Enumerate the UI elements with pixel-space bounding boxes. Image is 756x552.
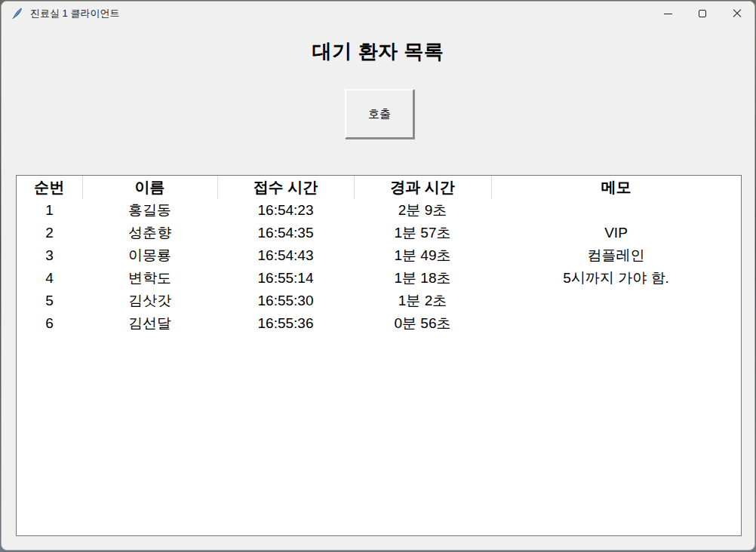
table-row[interactable]: 1 홍길동 16:54:23 2분 9초 — [17, 199, 741, 222]
cell-regtime: 16:55:30 — [217, 290, 354, 312]
table-row[interactable]: 4 변학도 16:55:14 1분 18초 5시까지 가야 함. — [17, 267, 741, 290]
cell-name: 변학도 — [82, 267, 217, 290]
cell-regtime: 16:54:35 — [217, 222, 354, 244]
patient-table: 순번 이름 접수 시간 경과 시간 메모 1 홍길동 16:54:23 2분 9… — [17, 176, 741, 335]
cell-seq: 2 — [17, 222, 82, 244]
cell-memo: 5시까지 가야 함. — [491, 267, 741, 290]
close-icon — [733, 9, 742, 18]
cell-elapsed: 0분 56초 — [354, 312, 491, 335]
cell-name: 김선달 — [82, 312, 217, 335]
column-header-regtime: 접수 시간 — [217, 176, 354, 199]
table-row[interactable]: 6 김선달 16:55:36 0분 56초 — [17, 312, 741, 335]
cell-elapsed: 2분 9초 — [354, 199, 491, 222]
cell-name: 홍길동 — [82, 199, 217, 222]
cell-memo — [491, 199, 741, 222]
cell-elapsed: 1분 2초 — [354, 290, 491, 312]
table-row[interactable]: 2 성춘향 16:54:35 1분 57초 VIP — [17, 222, 741, 244]
minimize-button[interactable] — [650, 2, 685, 26]
cell-regtime: 16:55:14 — [217, 267, 354, 290]
cell-name: 이몽룡 — [82, 244, 217, 267]
column-header-elapsed: 경과 시간 — [354, 176, 491, 199]
cell-regtime: 16:55:36 — [217, 312, 354, 335]
app-window: 진료실 1 클라이언트 대기 환자 목록 호출 순번 이름 접수 시 — [1, 1, 755, 550]
column-header-name: 이름 — [82, 176, 217, 199]
column-header-memo: 메모 — [491, 176, 741, 199]
cell-regtime: 16:54:23 — [217, 199, 354, 222]
cell-elapsed: 1분 49초 — [354, 244, 491, 267]
cell-elapsed: 1분 18초 — [354, 267, 491, 290]
caption-buttons — [650, 2, 754, 26]
maximize-button[interactable] — [685, 2, 720, 26]
cell-memo: 컴플레인 — [491, 244, 741, 267]
column-header-seq: 순번 — [17, 176, 82, 199]
titlebar: 진료실 1 클라이언트 — [2, 2, 754, 26]
maximize-icon — [699, 10, 706, 17]
page-title: 대기 환자 목록 — [2, 38, 754, 65]
screen: { "window": { "title": "진료실 1 클라이언트" }, … — [0, 0, 756, 552]
cell-name: 김삿갓 — [82, 290, 217, 312]
cell-seq: 1 — [17, 199, 82, 222]
table-row[interactable]: 5 김삿갓 16:55:30 1분 2초 — [17, 290, 741, 312]
window-title: 진료실 1 클라이언트 — [30, 7, 119, 20]
close-button[interactable] — [720, 2, 754, 26]
table-row[interactable]: 3 이몽룡 16:54:43 1분 49초 컴플레인 — [17, 244, 741, 267]
cell-memo — [491, 312, 741, 335]
cell-seq: 5 — [17, 290, 82, 312]
table-header: 순번 이름 접수 시간 경과 시간 메모 — [17, 176, 741, 199]
cell-elapsed: 1분 57초 — [354, 222, 491, 244]
patient-table-frame: 순번 이름 접수 시간 경과 시간 메모 1 홍길동 16:54:23 2분 9… — [16, 175, 742, 536]
call-button[interactable]: 호출 — [345, 89, 414, 139]
cell-seq: 4 — [17, 267, 82, 290]
cell-regtime: 16:54:43 — [217, 244, 354, 267]
cell-seq: 3 — [17, 244, 82, 267]
cell-memo: VIP — [491, 222, 741, 244]
tk-feather-icon — [11, 8, 23, 20]
cell-memo — [491, 290, 741, 312]
cell-seq: 6 — [17, 312, 82, 335]
minimize-icon — [664, 14, 672, 14]
cell-name: 성춘향 — [82, 222, 217, 244]
